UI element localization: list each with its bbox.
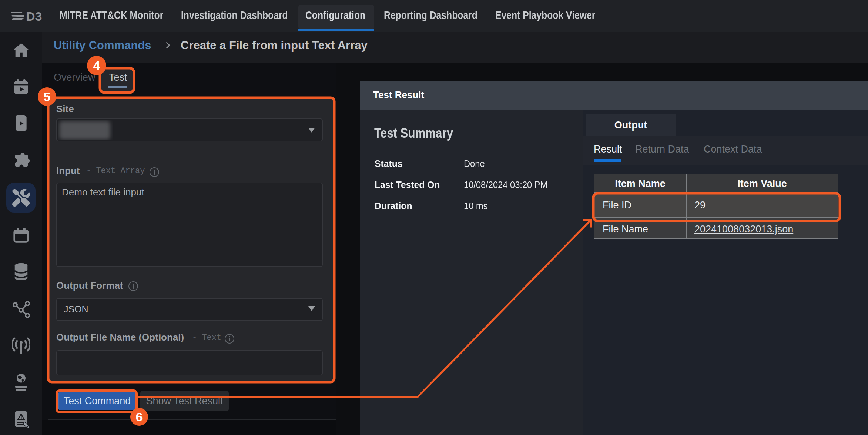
svg-text:4: 4 [93,58,100,73]
svg-text:6: 6 [136,410,143,424]
svg-text:5: 5 [44,90,51,104]
